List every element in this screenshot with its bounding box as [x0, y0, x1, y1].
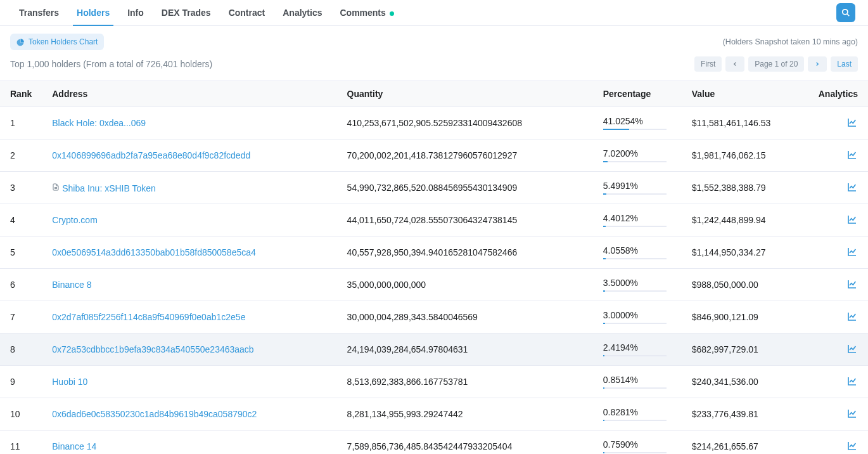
- cell-rank: 9: [0, 366, 42, 398]
- tab-info[interactable]: Info: [118, 0, 153, 25]
- table-row: 100x6dad6e0c58350230c1ad84b9619b49ca0587…: [0, 398, 868, 431]
- cell-address: 0x0e5069514a3dd613350bab01b58fd850058e5c…: [42, 237, 336, 269]
- cell-analytics: [808, 269, 868, 301]
- percentage-bar: [603, 129, 667, 130]
- cell-percentage: 41.0254%: [593, 107, 682, 139]
- cell-percentage: 0.7590%: [593, 431, 682, 455]
- tab-analytics[interactable]: Analytics: [274, 0, 331, 25]
- cell-percentage: 5.4991%: [593, 172, 682, 204]
- cell-percentage: 3.0000%: [593, 301, 682, 334]
- cell-rank: 5: [0, 237, 42, 269]
- snapshot-info: (Holders Snapshot taken 10 mins ago): [723, 37, 858, 46]
- analytics-icon[interactable]: [846, 281, 858, 291]
- address-link[interactable]: Binance 14: [52, 441, 96, 451]
- cell-rank: 4: [0, 204, 42, 237]
- analytics-icon[interactable]: [846, 216, 858, 226]
- analytics-icon[interactable]: [846, 346, 858, 356]
- cell-value: $11,581,461,146.53: [682, 107, 808, 139]
- cell-percentage: 3.5000%: [593, 269, 682, 301]
- address-link[interactable]: Huobi 10: [52, 377, 87, 387]
- cell-rank: 6: [0, 269, 42, 301]
- percentage-bar: [603, 161, 667, 162]
- cell-analytics: [808, 431, 868, 455]
- cell-address: Huobi 10: [42, 366, 336, 398]
- cell-address: 0x1406899696adb2fa7a95ea68e80d4f9c82fcde…: [42, 139, 336, 172]
- analytics-icon[interactable]: [846, 184, 858, 194]
- cell-address: 0x6dad6e0c58350230c1ad84b9619b49ca058790…: [42, 398, 336, 431]
- cell-rank: 2: [0, 139, 42, 172]
- col-value: Value: [682, 81, 808, 107]
- tab-comments[interactable]: Comments: [331, 0, 402, 25]
- cell-quantity: 8,513,692,383,866.167753781: [337, 366, 593, 398]
- cell-value: $1,552,388,388.79: [682, 172, 808, 204]
- address-link[interactable]: Crypto.com: [52, 215, 98, 225]
- cell-rank: 10: [0, 398, 42, 431]
- status-dot-icon: [390, 11, 394, 16]
- tab-contract[interactable]: Contract: [220, 0, 274, 25]
- address-link[interactable]: Shiba Inu: xSHIB Token: [62, 183, 156, 193]
- address-link[interactable]: 0x2d7af085f2256f114c8a9f540969f0e0ab1c2e…: [52, 312, 245, 322]
- tab-dex-trades[interactable]: DEX Trades: [153, 0, 220, 25]
- tab-holders[interactable]: Holders: [68, 0, 118, 25]
- cell-quantity: 30,000,004,289,343.5840046569: [337, 301, 593, 334]
- analytics-icon[interactable]: [846, 410, 858, 420]
- address-link[interactable]: 0x1406899696adb2fa7a95ea68e80d4f9c82fcde…: [52, 150, 250, 160]
- analytics-icon[interactable]: [846, 152, 858, 162]
- table-row: 50x0e5069514a3dd613350bab01b58fd850058e5…: [0, 237, 868, 269]
- analytics-icon[interactable]: [846, 249, 858, 259]
- col-quantity: Quantity: [337, 81, 593, 107]
- cell-analytics: [808, 172, 868, 204]
- address-link[interactable]: Binance 8: [52, 280, 91, 290]
- address-link[interactable]: 0x0e5069514a3dd613350bab01b58fd850058e5c…: [52, 247, 256, 257]
- cell-quantity: 44,011,650,724,028.555073064324738145: [337, 204, 593, 237]
- percentage-bar: [603, 452, 667, 453]
- col-address: Address: [42, 81, 336, 107]
- cell-percentage: 4.4012%: [593, 204, 682, 237]
- analytics-icon[interactable]: [846, 443, 858, 453]
- document-icon: [52, 183, 60, 193]
- cell-analytics: [808, 334, 868, 366]
- cell-value: $240,341,536.00: [682, 366, 808, 398]
- analytics-icon[interactable]: [846, 378, 858, 388]
- cell-address: 0x72a53cdbbcc1b9efa39c834a540550e23463aa…: [42, 334, 336, 366]
- percentage-bar: [603, 226, 667, 227]
- cell-value: $214,261,655.67: [682, 431, 808, 455]
- table-row: 80x72a53cdbbcc1b9efa39c834a540550e23463a…: [0, 334, 868, 366]
- analytics-icon[interactable]: [846, 119, 858, 129]
- table-row: 11Binance 147,589,856,736,485.8435424479…: [0, 431, 868, 455]
- token-holders-chart-button[interactable]: Token Holders Chart: [10, 34, 104, 50]
- cell-quantity: 7,589,856,736,485.843542447933205404: [337, 431, 593, 455]
- cell-analytics: [808, 301, 868, 334]
- col-percentage: Percentage: [593, 81, 682, 107]
- cell-value: $1,242,448,899.94: [682, 204, 808, 237]
- table-row: 6Binance 835,000,000,000,0003.5000%$988,…: [0, 269, 868, 301]
- analytics-icon[interactable]: [846, 313, 858, 323]
- cell-quantity: 24,194,039,284,654.97804631: [337, 334, 593, 366]
- pager-first-button[interactable]: First: [694, 56, 722, 72]
- pager-prev-button[interactable]: [725, 56, 744, 72]
- tabs-bar: TransfersHoldersInfoDEX TradesContractAn…: [0, 0, 868, 26]
- cell-address: 0x2d7af085f2256f114c8a9f540969f0e0ab1c2e…: [42, 301, 336, 334]
- cell-rank: 11: [0, 431, 42, 455]
- col-rank: Rank: [0, 81, 42, 107]
- table-row: 4Crypto.com44,011,650,724,028.5550730643…: [0, 204, 868, 237]
- pager-last-button[interactable]: Last: [831, 56, 858, 72]
- table-row: 1Black Hole: 0xdea...069410,253,671,502,…: [0, 107, 868, 139]
- address-link[interactable]: Black Hole: 0xdea...069: [52, 118, 146, 128]
- pager-next-button[interactable]: [808, 56, 827, 72]
- cell-value: $682,997,729.01: [682, 334, 808, 366]
- col-analytics: Analytics: [808, 81, 868, 107]
- cell-address: Black Hole: 0xdea...069: [42, 107, 336, 139]
- cell-rank: 8: [0, 334, 42, 366]
- address-link[interactable]: 0x72a53cdbbcc1b9efa39c834a540550e23463aa…: [52, 344, 253, 354]
- tab-transfers[interactable]: Transfers: [10, 0, 68, 25]
- chevron-left-icon: [732, 61, 738, 67]
- cell-analytics: [808, 139, 868, 172]
- cell-address: Binance 14: [42, 431, 336, 455]
- cell-value: $1,981,746,062.15: [682, 139, 808, 172]
- table-row: 3Shiba Inu: xSHIB Token54,990,732,865,52…: [0, 172, 868, 204]
- cell-value: $1,144,950,334.27: [682, 237, 808, 269]
- address-link[interactable]: 0x6dad6e0c58350230c1ad84b9619b49ca058790…: [52, 409, 257, 419]
- cell-percentage: 4.0558%: [593, 237, 682, 269]
- search-button[interactable]: [836, 3, 855, 22]
